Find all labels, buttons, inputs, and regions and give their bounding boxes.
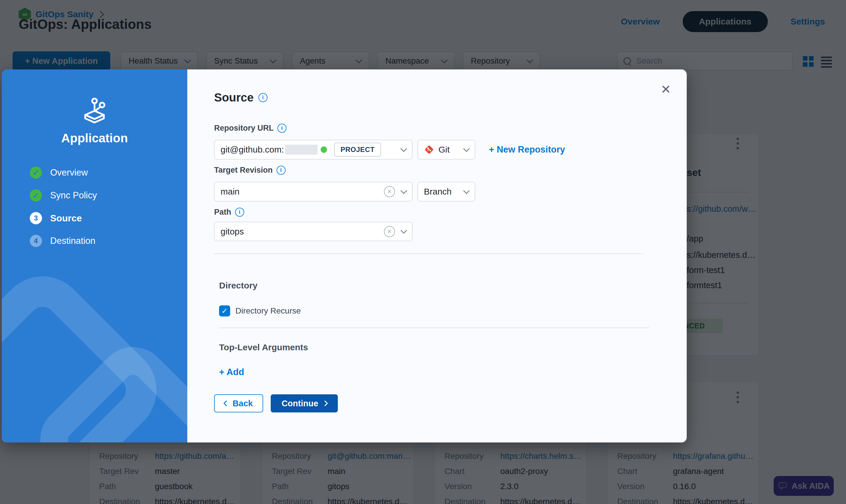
source-heading: Source (214, 91, 268, 104)
project-scope-badge: PROJECT (334, 143, 381, 157)
path-label: Path (214, 208, 244, 217)
directory-recurse-checkbox-row[interactable]: Directory Recurse (219, 305, 301, 317)
target-revision-label: Target Revision (214, 166, 286, 175)
chevron-right-icon (322, 400, 328, 406)
application-icon (80, 97, 109, 127)
wizard-title: Application (2, 131, 187, 145)
checkbox-checked-icon[interactable] (219, 305, 230, 317)
step-number: 4 (30, 235, 42, 247)
repo-type-select[interactable]: Git (417, 140, 475, 160)
repository-url-input[interactable]: git@github.com: PROJECT (214, 140, 413, 160)
chevron-down-icon (400, 145, 407, 152)
back-button[interactable]: Back (214, 394, 263, 412)
section-divider (214, 253, 644, 254)
clear-icon[interactable] (384, 226, 395, 237)
info-icon[interactable] (276, 166, 286, 175)
chevron-down-icon (400, 187, 407, 194)
step-destination[interactable]: 4 Destination (30, 235, 97, 247)
continue-button[interactable]: Continue (271, 394, 338, 412)
info-icon[interactable] (258, 93, 268, 102)
target-revision-input[interactable]: main (214, 182, 413, 201)
redacted-text (285, 145, 318, 155)
step-number: 3 (30, 212, 42, 224)
new-repository-link[interactable]: + New Repository (489, 144, 565, 155)
wizard-sidebar: Application Overview Sync Policy 3 Sourc… (2, 69, 187, 443)
wizard-steps: Overview Sync Policy 3 Source 4 Destinat… (30, 166, 97, 247)
path-input[interactable]: gitops (214, 222, 413, 241)
step-overview[interactable]: Overview (30, 166, 97, 179)
info-icon[interactable] (277, 124, 287, 133)
new-application-wizard-modal: Application Overview Sync Policy 3 Sourc… (2, 69, 687, 443)
source-step-panel: ✕ Source Repository URL git@github.com: … (187, 69, 687, 443)
check-icon (30, 189, 42, 201)
directory-heading: Directory (219, 281, 257, 290)
info-icon[interactable] (235, 208, 244, 217)
repository-url-label: Repository URL (214, 124, 287, 133)
chevron-down-icon (463, 187, 470, 194)
top-level-arguments-heading: Top-Level Arguments (219, 342, 308, 352)
chevron-left-icon (223, 400, 229, 406)
step-sync-policy[interactable]: Sync Policy (30, 189, 97, 201)
connected-status-dot (321, 146, 327, 153)
chevron-down-icon (463, 145, 470, 152)
git-icon (424, 144, 434, 155)
clear-icon[interactable] (384, 186, 395, 197)
check-icon (30, 166, 42, 179)
add-argument-link[interactable]: + Add (219, 367, 244, 377)
step-source[interactable]: 3 Source (30, 212, 97, 224)
close-icon[interactable]: ✕ (661, 84, 671, 96)
section-divider (219, 327, 649, 328)
chevron-down-icon (400, 227, 407, 234)
revision-type-select[interactable]: Branch (417, 182, 475, 201)
